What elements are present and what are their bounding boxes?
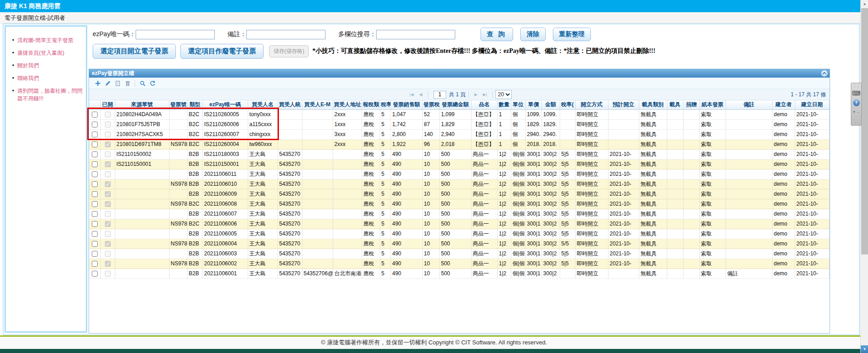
column-header-select[interactable] [89, 100, 100, 109]
cell-source: 210801D6971TM8 [115, 139, 169, 149]
scroll-up-icon[interactable]: ▲ [861, 0, 868, 8]
table-row[interactable]: B2B20211006005王大島5435270應稅549010500商品一1|… [89, 229, 829, 239]
column-header-paper[interactable]: 紙本發票 [699, 100, 726, 109]
search-icon[interactable] [137, 79, 147, 88]
issue-invoice-button[interactable]: 選定項目開立電子發票 [93, 44, 176, 59]
table-row[interactable]: 210802H7SACXK5B2CIS2110260007chingxxx3xx… [89, 129, 829, 139]
row-select-checkbox[interactable] [92, 231, 98, 237]
column-header-note[interactable]: 備註 [726, 100, 772, 109]
keyboard-icon[interactable]: ⌨ [852, 90, 861, 97]
row-select-checkbox[interactable] [92, 141, 98, 147]
ezpay-code-input[interactable] [136, 30, 215, 39]
drag-handle-icon[interactable]: ⋮⋮ [853, 84, 860, 89]
column-header-taxamt[interactable]: 發票稅 [422, 100, 439, 109]
help-icon[interactable]: ? [853, 99, 860, 106]
refresh-icon[interactable] [147, 79, 157, 88]
column-header-sales[interactable]: 發票銷售額 [391, 100, 422, 109]
column-header-invno[interactable]: 發票號 [169, 100, 187, 109]
query-button[interactable]: 查 詢 [481, 28, 513, 41]
row-select-checkbox[interactable] [92, 112, 98, 118]
table-row[interactable]: NS978B2C20211006006王大島5435270應稅549010500… [89, 219, 829, 229]
scroll-down-icon[interactable]: ▼ [861, 345, 868, 353]
minimize-icon[interactable]: – [857, 110, 859, 114]
last-page-button[interactable]: ▶| [480, 92, 490, 97]
column-header-qty[interactable]: 數量 [497, 100, 511, 109]
table-row[interactable]: B2B20211006003王大島5435270應稅549010500商品一1|… [89, 249, 829, 259]
row-select-checkbox[interactable] [92, 181, 98, 187]
column-header-donate[interactable]: 捐贈 [683, 100, 699, 109]
column-header-carrier_type[interactable]: 載具類別 [639, 100, 667, 109]
column-header-taxid[interactable]: 買受人統 [278, 100, 302, 109]
row-select-checkbox[interactable] [92, 201, 98, 207]
row-select-checkbox[interactable] [92, 251, 98, 257]
table-row[interactable]: B2B20211006007王大島5435270應稅549010500商品一1|… [89, 209, 829, 219]
collapse-panel-button[interactable] [821, 70, 828, 77]
sidebar-item-about[interactable]: • 關於我們 [12, 62, 83, 70]
copy-icon[interactable] [113, 79, 123, 88]
row-select-checkbox[interactable] [92, 241, 98, 247]
table-row[interactable]: B2B20211006011王大島5435270應稅549010500商品一1|… [89, 169, 829, 179]
row-select-checkbox[interactable] [92, 161, 98, 167]
clear-button[interactable]: 清除 [520, 28, 546, 41]
sidebar-item-flowchart[interactable]: • 流程圖-簡單王電子發票 [12, 37, 83, 44]
column-header-creator[interactable]: 建立者 [772, 100, 795, 109]
scrollbar-thumb[interactable] [861, 8, 868, 254]
row-select-checkbox[interactable] [92, 271, 98, 277]
sidebar-item-contact[interactable]: • 聯絡我們 [12, 75, 83, 82]
first-page-button[interactable]: |◀ [407, 92, 416, 97]
column-header-ezpay[interactable]: ezPay唯一碼 [203, 100, 248, 109]
chevron-down-icon[interactable]: ▾ [853, 110, 855, 114]
row-select-checkbox[interactable] [92, 211, 98, 217]
row-select-checkbox[interactable] [92, 191, 98, 197]
delete-icon[interactable] [123, 79, 132, 88]
column-header-taxtype[interactable]: 報稅類 [362, 100, 380, 109]
note-input[interactable] [246, 30, 326, 39]
prev-page-button[interactable]: ◀ [416, 92, 425, 97]
sidebar-item-facebook-help[interactable]: • 遇到問題，臉書社團，問問題不用錢!!! [12, 87, 83, 103]
add-icon[interactable] [93, 79, 103, 88]
row-select-checkbox[interactable] [92, 261, 98, 267]
column-header-carrier[interactable]: 載具 [667, 100, 683, 109]
multi-search-input[interactable] [376, 30, 455, 39]
table-row[interactable]: 210802H4DA049AB2CIS2110260005tony0xxx2xx… [89, 109, 829, 119]
column-header-type[interactable]: 類型 [187, 100, 203, 109]
column-header-total[interactable]: 發票總金額 [439, 100, 471, 109]
column-header-price[interactable]: 單價 [525, 100, 542, 109]
column-header-amount[interactable]: 金額 [542, 100, 560, 109]
sidebar-item-home[interactable]: • 康捷首頁(登入畫面) [12, 49, 83, 57]
page-number-input[interactable] [434, 91, 446, 99]
table-row[interactable]: IS2110150002B2BIS2110180003王大島5435270應稅5… [89, 149, 829, 159]
table-row[interactable]: 210801D6971TM8NS978B2CIS2110260004tw960x… [89, 139, 829, 149]
column-header-created[interactable]: 建立日期 [795, 100, 829, 109]
void-invoice-button[interactable]: 選定項目作廢電子發票 [180, 44, 264, 59]
next-page-button[interactable]: ▶ [472, 92, 480, 97]
table-row[interactable]: 210801F75J5TPBB2CIS2110260006a115cxxx1xx… [89, 119, 829, 129]
table-row[interactable]: B2B20211006001王大島543527054352706@台北市南港區應… [89, 268, 829, 278]
table-row[interactable]: NS978B2B20211006002王大島5435270應稅549010500… [89, 259, 829, 268]
column-header-item[interactable]: 品名 [471, 100, 497, 109]
column-header-addr[interactable]: 買受人地址 [333, 100, 362, 109]
page-size-select[interactable]: 20 [495, 90, 512, 99]
table-row[interactable]: NS978B2B20211006010王大島5435270應稅549010500… [89, 179, 829, 189]
browser-scrollbar[interactable]: ▲ ▼ [860, 0, 868, 353]
column-header-method[interactable]: 開立方式 [575, 100, 608, 109]
column-header-rate2[interactable]: 稅率( [560, 100, 575, 109]
row-select-checkbox[interactable] [92, 171, 98, 177]
column-header-email[interactable]: 買受人E-M [302, 100, 333, 109]
column-header-rate[interactable]: 稅率 [380, 100, 391, 109]
column-header-unit[interactable]: 單位 [511, 100, 525, 109]
column-header-buyer[interactable]: 買受人名 [248, 100, 278, 109]
table-row[interactable]: IS2110150001B2BIS2110150001王大島5435270應稅5… [89, 159, 829, 169]
refresh-button[interactable]: 重新整理 [553, 28, 591, 41]
table-row[interactable]: NS978B2B20211006004王大島5435270應稅549010500… [89, 239, 829, 249]
table-row[interactable]: NS978B2C20211006008王大島5435270應稅549010500… [89, 199, 829, 209]
column-header-source[interactable]: 來源單號 [115, 100, 169, 109]
column-header-planned[interactable]: 預計開立 [608, 100, 639, 109]
row-select-checkbox[interactable] [92, 221, 98, 227]
table-row[interactable]: B2B20211006009王大島5435270應稅549010500商品一1|… [89, 189, 829, 199]
edit-icon[interactable] [103, 79, 113, 88]
column-header-issued[interactable]: 已開 [100, 100, 115, 109]
row-select-checkbox[interactable] [92, 132, 98, 137]
row-select-checkbox[interactable] [92, 151, 98, 157]
row-select-checkbox[interactable] [92, 122, 98, 127]
